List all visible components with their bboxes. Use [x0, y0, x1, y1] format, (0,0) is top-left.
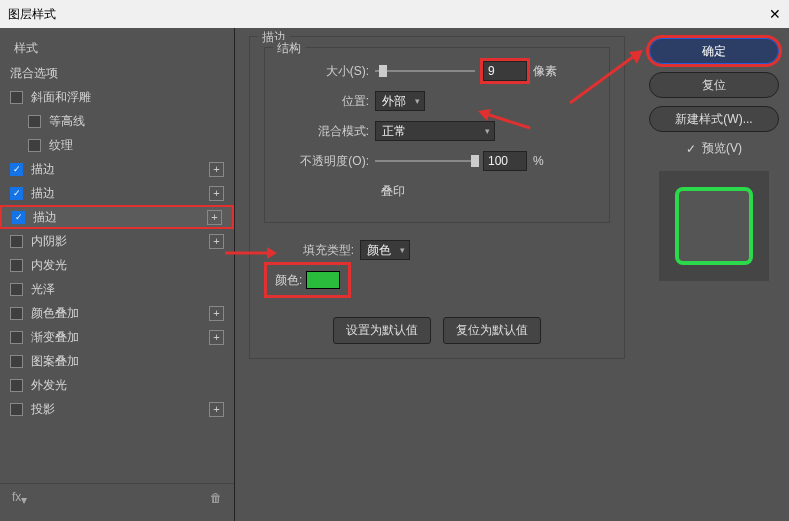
sidebar-item-label: 描边 [33, 209, 207, 226]
sidebar-item[interactable]: 等高线 [0, 109, 234, 133]
sidebar-item-label: 外发光 [31, 377, 224, 394]
ok-button[interactable]: 确定 [649, 38, 779, 64]
color-swatch[interactable] [306, 271, 340, 289]
style-checkbox[interactable]: ✓ [10, 187, 23, 200]
sidebar-item-label: 描边 [31, 185, 209, 202]
add-effect-icon[interactable]: + [209, 186, 224, 201]
sidebar-item[interactable]: 内发光 [0, 253, 234, 277]
sidebar-header: 样式 [0, 36, 234, 61]
right-panel: 确定 复位 新建样式(W)... ✓ 预览(V) [639, 28, 789, 521]
structure-fieldset: 结构 大小(S): 像素 位置: 外部 混合模式: 正常 不透明度(O): [264, 47, 610, 223]
sidebar-item-label: 光泽 [31, 281, 224, 298]
main: 样式 混合选项 斜面和浮雕等高线纹理✓描边+✓描边+✓描边+内阴影+内发光光泽颜… [0, 28, 789, 521]
style-checkbox[interactable] [10, 283, 23, 296]
center-panel: 描边 结构 大小(S): 像素 位置: 外部 混合模式: 正常 [235, 28, 639, 521]
sidebar-item-label: 内阴影 [31, 233, 209, 250]
sidebar-item-label: 混合选项 [10, 65, 224, 82]
filltype-label: 填充类型: [264, 242, 354, 259]
style-checkbox[interactable] [10, 331, 23, 344]
sidebar-item[interactable]: 渐变叠加+ [0, 325, 234, 349]
sidebar-item-label: 内发光 [31, 257, 224, 274]
svg-line-2 [483, 113, 530, 128]
style-checkbox[interactable] [28, 139, 41, 152]
sidebar-item-label: 渐变叠加 [31, 329, 209, 346]
sidebar-item-label: 颜色叠加 [31, 305, 209, 322]
opacity-input[interactable] [483, 151, 527, 171]
sidebar-item-label: 等高线 [49, 113, 224, 130]
sidebar-item[interactable]: 纹理 [0, 133, 234, 157]
style-checkbox[interactable]: ✓ [10, 163, 23, 176]
color-label: 颜色: [275, 272, 302, 289]
sidebar-item[interactable]: ✓描边+ [0, 157, 234, 181]
add-effect-icon[interactable]: + [209, 306, 224, 321]
overprint-label: 叠印 [381, 183, 405, 200]
cancel-button[interactable]: 复位 [649, 72, 779, 98]
add-effect-icon[interactable]: + [209, 330, 224, 345]
position-select[interactable]: 外部 [375, 91, 425, 111]
opacity-label: 不透明度(O): [279, 153, 369, 170]
style-checkbox[interactable] [10, 307, 23, 320]
size-slider[interactable] [375, 70, 475, 72]
add-effect-icon[interactable]: + [207, 210, 222, 225]
reset-default-button[interactable]: 复位为默认值 [443, 317, 541, 344]
size-label: 大小(S): [279, 63, 369, 80]
structure-legend: 结构 [273, 40, 305, 57]
styles-sidebar: 样式 混合选项 斜面和浮雕等高线纹理✓描边+✓描边+✓描边+内阴影+内发光光泽颜… [0, 28, 235, 521]
sidebar-item[interactable]: 投影+ [0, 397, 234, 421]
titlebar: 图层样式 ✕ [0, 0, 789, 28]
sidebar-item[interactable]: 斜面和浮雕 [0, 85, 234, 109]
sidebar-item-label: 图案叠加 [31, 353, 224, 370]
make-default-button[interactable]: 设置为默认值 [333, 317, 431, 344]
position-label: 位置: [279, 93, 369, 110]
sidebar-item[interactable]: 图案叠加 [0, 349, 234, 373]
sidebar-item[interactable]: 光泽 [0, 277, 234, 301]
size-input[interactable] [483, 61, 527, 81]
style-checkbox[interactable] [10, 259, 23, 272]
sidebar-item-label: 纹理 [49, 137, 224, 154]
fx-icon[interactable]: fx▾ [12, 490, 27, 507]
arrow-icon [475, 108, 535, 138]
preview-box [659, 171, 769, 281]
svg-marker-1 [267, 247, 277, 259]
preview-checkbox[interactable]: ✓ [686, 142, 696, 156]
arrow-icon [217, 238, 277, 268]
blending-options[interactable]: 混合选项 [0, 61, 234, 85]
sidebar-footer: fx▾ 🗑 [0, 483, 234, 513]
blend-mode-label: 混合模式: [279, 123, 369, 140]
style-checkbox[interactable] [10, 355, 23, 368]
sidebar-item[interactable]: 外发光 [0, 373, 234, 397]
sidebar-item[interactable]: ✓描边+ [0, 181, 234, 205]
style-checkbox[interactable] [10, 379, 23, 392]
style-checkbox[interactable] [10, 235, 23, 248]
color-row-highlight: 颜色: [264, 262, 351, 298]
sidebar-item[interactable]: ✓描边+ [0, 205, 234, 229]
arrow-icon [565, 48, 645, 108]
sidebar-item-label: 斜面和浮雕 [31, 89, 224, 106]
window-title: 图层样式 [8, 6, 56, 23]
opacity-slider[interactable] [375, 160, 475, 162]
sidebar-item[interactable]: 内阴影+ [0, 229, 234, 253]
close-icon[interactable]: ✕ [769, 6, 781, 22]
sidebar-item-label: 投影 [31, 401, 209, 418]
style-checkbox[interactable] [10, 403, 23, 416]
style-checkbox[interactable]: ✓ [12, 211, 25, 224]
trash-icon[interactable]: 🗑 [210, 491, 222, 505]
svg-line-4 [570, 54, 637, 103]
add-effect-icon[interactable]: + [209, 402, 224, 417]
add-effect-icon[interactable]: + [209, 162, 224, 177]
filltype-select[interactable]: 颜色 [360, 240, 410, 260]
style-checkbox[interactable] [28, 115, 41, 128]
sidebar-item[interactable]: 颜色叠加+ [0, 301, 234, 325]
size-unit: 像素 [533, 63, 557, 80]
preview-shape [675, 187, 753, 265]
opacity-unit: % [533, 154, 544, 168]
sidebar-item-label: 描边 [31, 161, 209, 178]
preview-label: 预览(V) [702, 140, 742, 157]
style-checkbox[interactable] [10, 91, 23, 104]
new-style-button[interactable]: 新建样式(W)... [649, 106, 779, 132]
